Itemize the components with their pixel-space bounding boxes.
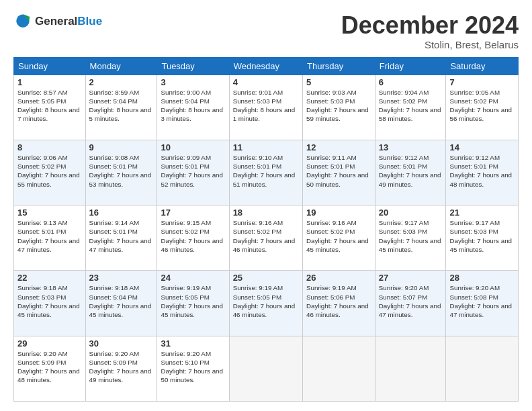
day-info: Sunrise: 9:13 AMSunset: 5:01 PMDaylight:… xyxy=(17,218,82,254)
calendar-cell: 14Sunrise: 9:12 AMSunset: 5:01 PMDayligh… xyxy=(446,140,519,205)
subtitle: Stolin, Brest, Belarus xyxy=(341,39,519,50)
day-number: 31 xyxy=(161,338,225,349)
calendar-cell: 11Sunrise: 9:10 AMSunset: 5:01 PMDayligh… xyxy=(229,140,302,205)
day-number: 25 xyxy=(233,273,299,283)
day-info: Sunrise: 9:01 AMSunset: 5:03 PMDaylight:… xyxy=(233,88,299,124)
calendar-cell: 1Sunrise: 8:57 AMSunset: 5:05 PMDaylight… xyxy=(14,75,86,140)
day-info: Sunrise: 9:17 AMSunset: 5:03 PMDaylight:… xyxy=(379,218,443,254)
day-number: 26 xyxy=(306,273,371,283)
day-number: 22 xyxy=(17,273,82,283)
day-number: 27 xyxy=(379,273,443,283)
header-row: Sunday Monday Tuesday Wednesday Thursday… xyxy=(14,57,519,75)
calendar-cell xyxy=(446,336,519,401)
calendar-cell: 8Sunrise: 9:06 AMSunset: 5:02 PMDaylight… xyxy=(14,140,86,205)
day-info: Sunrise: 8:57 AMSunset: 5:05 PMDaylight:… xyxy=(17,88,82,124)
day-info: Sunrise: 9:17 AMSunset: 5:03 PMDaylight:… xyxy=(449,218,515,254)
day-number: 23 xyxy=(89,273,154,283)
col-thursday: Thursday xyxy=(303,57,375,75)
day-info: Sunrise: 9:16 AMSunset: 5:02 PMDaylight:… xyxy=(233,218,299,254)
calendar-cell xyxy=(229,336,302,401)
day-info: Sunrise: 9:20 AMSunset: 5:09 PMDaylight:… xyxy=(89,349,154,385)
col-saturday: Saturday xyxy=(446,57,519,75)
calendar-cell: 6Sunrise: 9:04 AMSunset: 5:02 PMDaylight… xyxy=(375,75,446,140)
calendar-cell: 28Sunrise: 9:20 AMSunset: 5:08 PMDayligh… xyxy=(446,271,519,336)
day-info: Sunrise: 9:14 AMSunset: 5:01 PMDaylight:… xyxy=(89,218,154,254)
day-number: 2 xyxy=(89,77,154,87)
calendar-cell: 21Sunrise: 9:17 AMSunset: 5:03 PMDayligh… xyxy=(446,205,519,271)
day-info: Sunrise: 9:05 AMSunset: 5:02 PMDaylight:… xyxy=(449,88,515,124)
day-info: Sunrise: 9:20 AMSunset: 5:09 PMDaylight:… xyxy=(17,349,82,385)
day-info: Sunrise: 9:11 AMSunset: 5:01 PMDaylight:… xyxy=(306,153,371,189)
day-number: 28 xyxy=(449,273,515,283)
day-number: 7 xyxy=(449,77,515,87)
calendar-week-1: 1Sunrise: 8:57 AMSunset: 5:05 PMDaylight… xyxy=(14,75,519,140)
calendar-cell: 12Sunrise: 9:11 AMSunset: 5:01 PMDayligh… xyxy=(303,140,375,205)
calendar-cell: 3Sunrise: 9:00 AMSunset: 5:04 PMDaylight… xyxy=(157,75,229,140)
calendar-cell xyxy=(303,336,375,401)
calendar-cell: 22Sunrise: 9:18 AMSunset: 5:03 PMDayligh… xyxy=(14,271,86,336)
calendar-cell: 13Sunrise: 9:12 AMSunset: 5:01 PMDayligh… xyxy=(375,140,446,205)
col-wednesday: Wednesday xyxy=(229,57,302,75)
day-number: 29 xyxy=(17,338,82,349)
header: GeneralBlue December 2024 Stolin, Brest,… xyxy=(13,12,519,50)
calendar-week-4: 22Sunrise: 9:18 AMSunset: 5:03 PMDayligh… xyxy=(14,271,519,336)
calendar-cell: 10Sunrise: 9:09 AMSunset: 5:01 PMDayligh… xyxy=(157,140,229,205)
col-tuesday: Tuesday xyxy=(157,57,229,75)
calendar-cell: 7Sunrise: 9:05 AMSunset: 5:02 PMDaylight… xyxy=(446,75,519,140)
col-sunday: Sunday xyxy=(14,57,86,75)
calendar-cell: 25Sunrise: 9:19 AMSunset: 5:05 PMDayligh… xyxy=(229,271,302,336)
calendar-cell: 23Sunrise: 9:18 AMSunset: 5:04 PMDayligh… xyxy=(85,271,157,336)
day-number: 16 xyxy=(89,208,154,218)
logo-text: GeneralBlue xyxy=(35,15,102,28)
calendar-cell: 19Sunrise: 9:16 AMSunset: 5:02 PMDayligh… xyxy=(303,205,375,271)
day-number: 11 xyxy=(233,142,299,152)
day-info: Sunrise: 9:19 AMSunset: 5:05 PMDaylight:… xyxy=(233,283,299,319)
day-number: 20 xyxy=(379,208,443,218)
day-number: 17 xyxy=(161,208,225,218)
day-number: 13 xyxy=(379,142,443,152)
day-number: 12 xyxy=(306,142,371,152)
day-number: 19 xyxy=(306,208,371,218)
day-info: Sunrise: 9:09 AMSunset: 5:01 PMDaylight:… xyxy=(161,153,225,189)
day-info: Sunrise: 9:04 AMSunset: 5:02 PMDaylight:… xyxy=(379,88,443,124)
calendar-cell xyxy=(375,336,446,401)
day-info: Sunrise: 9:19 AMSunset: 5:05 PMDaylight:… xyxy=(161,283,225,319)
calendar-table: Sunday Monday Tuesday Wednesday Thursday… xyxy=(13,57,519,402)
calendar-week-3: 15Sunrise: 9:13 AMSunset: 5:01 PMDayligh… xyxy=(14,205,519,271)
day-number: 18 xyxy=(233,208,299,218)
day-number: 4 xyxy=(233,77,299,87)
page: GeneralBlue December 2024 Stolin, Brest,… xyxy=(0,0,532,411)
day-info: Sunrise: 9:12 AMSunset: 5:01 PMDaylight:… xyxy=(449,153,515,189)
calendar-cell: 16Sunrise: 9:14 AMSunset: 5:01 PMDayligh… xyxy=(85,205,157,271)
day-number: 6 xyxy=(379,77,443,87)
calendar-cell: 27Sunrise: 9:20 AMSunset: 5:07 PMDayligh… xyxy=(375,271,446,336)
logo: GeneralBlue xyxy=(13,12,102,31)
calendar-cell: 24Sunrise: 9:19 AMSunset: 5:05 PMDayligh… xyxy=(157,271,229,336)
calendar-week-2: 8Sunrise: 9:06 AMSunset: 5:02 PMDaylight… xyxy=(14,140,519,205)
day-info: Sunrise: 9:20 AMSunset: 5:07 PMDaylight:… xyxy=(379,283,443,319)
calendar-cell: 18Sunrise: 9:16 AMSunset: 5:02 PMDayligh… xyxy=(229,205,302,271)
day-number: 10 xyxy=(161,142,225,152)
calendar-cell: 30Sunrise: 9:20 AMSunset: 5:09 PMDayligh… xyxy=(85,336,157,401)
day-info: Sunrise: 9:06 AMSunset: 5:02 PMDaylight:… xyxy=(17,153,82,189)
day-info: Sunrise: 8:59 AMSunset: 5:04 PMDaylight:… xyxy=(89,88,154,124)
calendar-week-5: 29Sunrise: 9:20 AMSunset: 5:09 PMDayligh… xyxy=(14,336,519,401)
day-info: Sunrise: 9:20 AMSunset: 5:08 PMDaylight:… xyxy=(449,283,515,319)
day-number: 1 xyxy=(17,77,82,87)
day-number: 30 xyxy=(89,338,154,349)
day-number: 5 xyxy=(306,77,371,87)
day-info: Sunrise: 9:18 AMSunset: 5:04 PMDaylight:… xyxy=(89,283,154,319)
calendar-cell: 15Sunrise: 9:13 AMSunset: 5:01 PMDayligh… xyxy=(14,205,86,271)
day-number: 9 xyxy=(89,142,154,152)
col-friday: Friday xyxy=(375,57,446,75)
calendar-cell: 9Sunrise: 9:08 AMSunset: 5:01 PMDaylight… xyxy=(85,140,157,205)
main-title: December 2024 xyxy=(341,12,519,39)
day-number: 14 xyxy=(449,142,515,152)
calendar-cell: 20Sunrise: 9:17 AMSunset: 5:03 PMDayligh… xyxy=(375,205,446,271)
day-number: 15 xyxy=(17,208,82,218)
day-info: Sunrise: 9:16 AMSunset: 5:02 PMDaylight:… xyxy=(306,218,371,254)
day-info: Sunrise: 9:18 AMSunset: 5:03 PMDaylight:… xyxy=(17,283,82,319)
calendar-cell: 5Sunrise: 9:03 AMSunset: 5:03 PMDaylight… xyxy=(303,75,375,140)
day-info: Sunrise: 9:08 AMSunset: 5:01 PMDaylight:… xyxy=(89,153,154,189)
day-info: Sunrise: 9:03 AMSunset: 5:03 PMDaylight:… xyxy=(306,88,371,124)
